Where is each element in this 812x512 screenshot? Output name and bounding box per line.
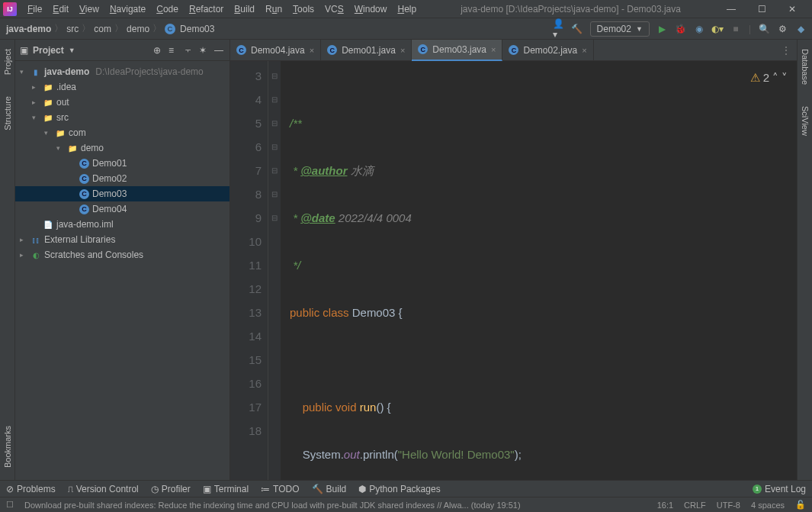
- profile-button[interactable]: ◐▾: [712, 24, 723, 34]
- coverage-button[interactable]: ◉: [694, 24, 704, 34]
- menu-vcs[interactable]: VCS: [320, 2, 348, 16]
- lock-icon[interactable]: 🔓: [795, 500, 806, 510]
- build-icon[interactable]: 🔨: [572, 24, 583, 34]
- bottom-tool-bar: ⊘Problems ⎍Version Control ◷Profiler ▣Te…: [0, 480, 812, 497]
- tool-profiler[interactable]: ◷Profiler: [151, 484, 191, 494]
- crumb-project[interactable]: java-demo: [6, 24, 51, 34]
- collapse-all-icon[interactable]: ⫟: [184, 45, 194, 56]
- close-icon[interactable]: ×: [310, 46, 314, 55]
- menu-tools[interactable]: Tools: [288, 2, 319, 16]
- arrow-icon[interactable]: ▸: [32, 98, 40, 106]
- run-button[interactable]: ▶: [657, 24, 668, 34]
- hide-icon[interactable]: —: [214, 45, 225, 56]
- menu-edit[interactable]: Edit: [48, 2, 73, 16]
- run-config-select[interactable]: Demo02 ▼: [590, 21, 650, 37]
- editor-tab-menu[interactable]: ⋮: [782, 45, 797, 56]
- arrow-icon[interactable]: ▾: [56, 144, 64, 152]
- tree-item[interactable]: ▾📁com: [15, 125, 229, 140]
- tree-root[interactable]: ▾ ▮ java-demo D:\IdeaProjects\java-demo: [15, 64, 229, 79]
- arrow-icon[interactable]: ▾: [32, 114, 40, 121]
- editor-tab[interactable]: CDemo01.java×: [321, 40, 412, 61]
- user-icon[interactable]: 👤▾: [554, 24, 564, 34]
- status-indent[interactable]: 4 spaces: [751, 501, 785, 510]
- chevron-down-icon[interactable]: ▼: [69, 47, 75, 54]
- arrow-icon[interactable]: ▾: [20, 68, 27, 76]
- tool-vcs[interactable]: ⎍Version Control: [68, 484, 139, 494]
- arrow-icon[interactable]: ▸: [32, 83, 40, 91]
- close-button[interactable]: ✕: [782, 4, 803, 14]
- tree-label: External Libraries: [44, 234, 115, 245]
- line-number: 12: [230, 277, 262, 301]
- chevron-down-icon: ▼: [636, 25, 643, 33]
- tree-item[interactable]: CDemo04: [15, 201, 229, 217]
- arrow-icon[interactable]: ▸: [20, 251, 27, 259]
- menu-code[interactable]: Code: [152, 2, 183, 16]
- status-encoding[interactable]: UTF-8: [717, 501, 740, 510]
- crumb-src[interactable]: src: [66, 24, 79, 34]
- menu-navigate[interactable]: Navigate: [105, 2, 150, 16]
- stop-button[interactable]: ■: [730, 24, 741, 34]
- tree-item[interactable]: ▸⫿⫿External Libraries: [15, 232, 229, 247]
- menu-refactor[interactable]: Refactor: [185, 2, 228, 16]
- close-icon[interactable]: ×: [491, 45, 496, 54]
- menu-window[interactable]: Window: [350, 2, 392, 16]
- crumb-demo[interactable]: demo: [127, 24, 149, 34]
- tree-item-selected[interactable]: CDemo03: [15, 186, 229, 201]
- settings-icon[interactable]: ⚙: [777, 24, 788, 34]
- project-title[interactable]: Project: [33, 45, 64, 56]
- debug-button[interactable]: 🐞: [676, 24, 686, 34]
- status-position[interactable]: 16:1: [657, 501, 673, 510]
- project-view-icon: ▣: [20, 45, 28, 56]
- menu-run[interactable]: Run: [261, 2, 287, 16]
- expand-all-icon[interactable]: ≡: [168, 45, 179, 56]
- menu-build[interactable]: Build: [229, 2, 259, 16]
- tool-todo[interactable]: ≔TODO: [261, 484, 299, 494]
- editor-tab[interactable]: CDemo02.java×: [502, 40, 593, 61]
- rail-database[interactable]: Database: [801, 46, 810, 88]
- chevron-up-icon[interactable]: ˄: [772, 66, 778, 89]
- arrow-icon[interactable]: ▾: [44, 129, 52, 137]
- editor-tab[interactable]: CDemo04.java×: [230, 40, 321, 61]
- rail-bookmarks[interactable]: Bookmarks: [3, 423, 12, 471]
- tree-item[interactable]: CDemo01: [15, 156, 229, 171]
- status-line-ending[interactable]: CRLF: [684, 501, 706, 510]
- tool-terminal[interactable]: ▣Terminal: [203, 484, 249, 494]
- rail-structure[interactable]: Structure: [3, 93, 12, 134]
- select-opened-icon[interactable]: ⊕: [153, 45, 164, 56]
- tree-item[interactable]: ▾📁src: [15, 110, 229, 125]
- close-icon[interactable]: ×: [400, 46, 405, 55]
- tool-problems[interactable]: ⊘Problems: [6, 484, 56, 494]
- tree-item[interactable]: ▸📁.idea: [15, 79, 229, 95]
- menu-file[interactable]: File: [23, 2, 47, 16]
- menu-help[interactable]: Help: [393, 2, 421, 16]
- tree-item[interactable]: ▾📁demo: [15, 140, 229, 156]
- tree-item[interactable]: CDemo02: [15, 171, 229, 186]
- rail-sciview[interactable]: SciView: [801, 103, 810, 139]
- editor-tab-active[interactable]: CDemo03.java×: [412, 40, 502, 61]
- status-icon[interactable]: ☐: [6, 500, 14, 510]
- minimize-button[interactable]: —: [721, 4, 742, 14]
- chevron-down-icon[interactable]: ˅: [782, 66, 788, 89]
- tool-event-log[interactable]: 1Event Log: [753, 484, 806, 494]
- crumb-com[interactable]: com: [94, 24, 111, 34]
- branch-icon: ⎍: [68, 484, 73, 494]
- editor-body[interactable]: 3 4 5 6 7 8 9 10 11 12 13 14 15 16 17 18…: [230, 61, 797, 480]
- tree-item[interactable]: ▸📁out: [15, 95, 229, 110]
- tool-build[interactable]: 🔨Build: [312, 484, 347, 494]
- hammer-icon: 🔨: [312, 484, 323, 494]
- rail-project[interactable]: Project: [3, 46, 12, 78]
- tab-label: Demo02.java: [523, 45, 577, 56]
- search-icon[interactable]: 🔍: [759, 24, 769, 34]
- inspections-widget[interactable]: ⚠2 ˄ ˅: [750, 66, 788, 89]
- crumb-class[interactable]: Demo03: [180, 24, 214, 34]
- plugin-icon[interactable]: ◆: [795, 24, 806, 34]
- maximize-button[interactable]: ☐: [751, 4, 772, 14]
- tree-item[interactable]: 📄java-demo.iml: [15, 217, 229, 232]
- arrow-icon[interactable]: ▸: [20, 236, 27, 243]
- tool-python[interactable]: ⬢Python Packages: [358, 484, 440, 494]
- code-area[interactable]: ⚠2 ˄ ˅ /** * @author 水滴 * @date 2022/4/4…: [281, 61, 797, 480]
- close-icon[interactable]: ×: [582, 46, 586, 55]
- menu-view[interactable]: View: [75, 2, 104, 16]
- settings-icon[interactable]: ✶: [199, 45, 210, 56]
- tree-item[interactable]: ▸◐Scratches and Consoles: [15, 247, 229, 262]
